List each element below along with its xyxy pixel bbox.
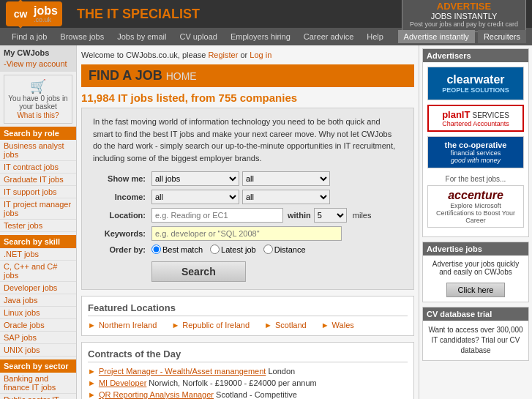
nav-help[interactable]: Help bbox=[361, 30, 389, 43]
what-is-this-link[interactable]: What is this? bbox=[7, 111, 69, 120]
income-select1[interactable]: all bbox=[151, 190, 239, 204]
sidebar-role-it-project-manager[interactable]: IT project manager jobs bbox=[0, 198, 76, 220]
advertise-title: ADVERTISE bbox=[437, 1, 491, 12]
income-label: Income: bbox=[93, 193, 151, 201]
within-select[interactable]: 5 bbox=[314, 208, 347, 223]
search-by-skill-title: Search by skill bbox=[0, 235, 76, 248]
sidebar-role-tester[interactable]: Tester jobs bbox=[0, 220, 76, 232]
nav-browse-jobs[interactable]: Browse jobs bbox=[54, 30, 110, 43]
list-item: ► MI Developer Norwich, Norfolk - £19000… bbox=[88, 379, 408, 387]
logo-diamond: cw bbox=[6, 0, 35, 29]
coop-ad[interactable]: the co-operative financial services good… bbox=[427, 136, 524, 168]
sidebar-skill-java[interactable]: Java jobs bbox=[0, 294, 76, 307]
order-distance[interactable]: Distance bbox=[263, 245, 306, 254]
clearwater-title: clearwater bbox=[434, 73, 517, 86]
clearwater-sub: PEOPLE SOLUTIONS bbox=[434, 86, 517, 94]
clearwater-ad[interactable]: clearwater PEOPLE SOLUTIONS bbox=[427, 67, 524, 100]
location-link[interactable]: Northern Ireland bbox=[99, 321, 157, 329]
login-link[interactable]: Log in bbox=[250, 51, 271, 59]
basket-text: You have 0 jobs in your basket bbox=[7, 94, 69, 111]
show-me-select2[interactable]: all bbox=[242, 171, 330, 186]
location-link[interactable]: Wales bbox=[332, 321, 354, 329]
order-best-match[interactable]: Best match bbox=[151, 245, 203, 254]
featured-locations-section: Featured Locations ► Northern Ireland ► … bbox=[81, 296, 414, 336]
sidebar-sector-public[interactable]: Public sector IT jobs bbox=[0, 394, 76, 399]
sidebar-role-business-analyst[interactable]: Business analyst jobs bbox=[0, 140, 76, 161]
location-label: Location: bbox=[93, 211, 151, 220]
coop-tag: good with money bbox=[432, 157, 520, 164]
accenture-title: accenture bbox=[431, 189, 520, 202]
location-northern-ireland[interactable]: ► Northern Ireland bbox=[88, 321, 157, 329]
accenture-ad[interactable]: accenture Explore Microsoft Certificatio… bbox=[427, 185, 524, 228]
bullet-icon: ► bbox=[88, 390, 96, 399]
sidebar-sector-banking[interactable]: Banking and finance IT jobs bbox=[0, 373, 76, 394]
income-select2[interactable]: all bbox=[242, 190, 330, 204]
contract-link-2[interactable]: QR Reporting Analysis Manager bbox=[99, 390, 214, 399]
location-list: ► Northern Ireland ► Republic of Ireland… bbox=[88, 321, 408, 329]
basket-icon: 🛒 bbox=[7, 78, 69, 94]
contracts-title: Contracts of the Day bbox=[88, 348, 408, 362]
search-button[interactable]: Search bbox=[151, 261, 246, 282]
my-cwjobs-section: My CWJobs -View my account bbox=[0, 45, 76, 72]
bullet-icon: ► bbox=[88, 379, 96, 387]
headline: 11,984 IT jobs listed, from 755 companie… bbox=[81, 92, 414, 104]
sidebar-skill-sap[interactable]: SAP jobs bbox=[0, 332, 76, 344]
contract-link-1[interactable]: MI Developer bbox=[99, 379, 146, 387]
search-by-role-title: Search by role bbox=[0, 127, 76, 140]
location-scotland[interactable]: ► Scotland bbox=[264, 321, 307, 329]
order-by-options: Best match Latest job Distance bbox=[151, 245, 306, 254]
view-account-link[interactable]: -View my account bbox=[4, 59, 72, 69]
sidebar-skill-c-cpp[interactable]: C, C++ and C# jobs bbox=[0, 261, 76, 282]
sidebar-skill-developer[interactable]: Developer jobs bbox=[0, 282, 76, 294]
sidebar-role-it-support[interactable]: IT support jobs bbox=[0, 186, 76, 198]
coop-sub: financial services bbox=[432, 149, 520, 157]
nav-recruiters[interactable]: Recruiters bbox=[478, 30, 526, 43]
show-me-label: Show me: bbox=[93, 174, 151, 183]
location-arrow-icon: ► bbox=[264, 321, 272, 329]
main-nav: Find a job Browse jobs Jobs by email CV … bbox=[0, 28, 532, 45]
sidebar-role-graduate-it[interactable]: Graduate IT jobs bbox=[0, 174, 76, 186]
sidebar-skill-linux[interactable]: Linux jobs bbox=[0, 307, 76, 319]
advertise-jobs-title: Advertise jobs bbox=[423, 242, 528, 256]
click-here-button[interactable]: Click here bbox=[446, 283, 506, 297]
sidebar-skill-oracle[interactable]: Oracle jobs bbox=[0, 319, 76, 332]
contract-link-0[interactable]: Project Manager - Wealth/Asset manangeme… bbox=[99, 367, 266, 376]
featured-locations-title: Featured Locations bbox=[88, 302, 408, 316]
register-link[interactable]: Register bbox=[208, 51, 238, 59]
sidebar-skill-net[interactable]: .NET jobs bbox=[0, 248, 76, 261]
keywords-input[interactable] bbox=[151, 226, 342, 241]
order-latest-job[interactable]: Latest job bbox=[210, 245, 256, 254]
nav-employers-hiring[interactable]: Employers hiring bbox=[225, 30, 296, 43]
cv-trial-text: Want to access over 300,000 IT candidate… bbox=[427, 325, 524, 356]
sidebar-skill-unix[interactable]: UNIX jobs bbox=[0, 344, 76, 357]
coop-title: the co-operative bbox=[432, 141, 520, 149]
for-best-jobs: For the best jobs... bbox=[427, 173, 524, 185]
miles-label: miles bbox=[353, 211, 372, 220]
nav-cv-upload[interactable]: CV upload bbox=[174, 30, 223, 43]
location-link[interactable]: Republic of Ireland bbox=[182, 321, 250, 329]
order-by-label: Order by: bbox=[93, 245, 151, 254]
nav-jobs-by-email[interactable]: Jobs by email bbox=[111, 30, 172, 43]
location-wales[interactable]: ► Wales bbox=[321, 321, 354, 329]
advertisers-section: Advertisers clearwater PEOPLE SOLUTIONS … bbox=[422, 48, 529, 237]
location-row: Location: within 5 miles bbox=[93, 208, 402, 223]
nav-advertise-instantly[interactable]: Advertise instantly bbox=[398, 30, 475, 43]
tagline: THE IT SPECIALIST bbox=[77, 7, 402, 22]
nav-find-job[interactable]: Find a job bbox=[6, 30, 53, 43]
welcome-bar: Welcome to CWJobs.co.uk, please Register… bbox=[81, 48, 414, 61]
keywords-label: Keywords: bbox=[93, 229, 151, 238]
advertise-jobs-section: Advertise jobs Advertise your jobs quick… bbox=[422, 242, 529, 302]
planit-ad[interactable]: planIT SERVICES Chartered Accountants bbox=[427, 105, 524, 132]
logo[interactable]: cw jobs .co.uk bbox=[6, 1, 62, 26]
sidebar-role-it-contract[interactable]: IT contract jobs bbox=[0, 161, 76, 174]
advertise-sub: JOBS INSTANTLY bbox=[431, 12, 498, 20]
show-me-select1[interactable]: all jobs bbox=[151, 171, 239, 186]
logo-jobs-text: jobs bbox=[34, 5, 58, 17]
location-link[interactable]: Scotland bbox=[275, 321, 307, 329]
nav-right: Advertise instantly Recruiters bbox=[398, 30, 526, 43]
nav-career-advice[interactable]: Career advice bbox=[298, 30, 359, 43]
location-input[interactable] bbox=[151, 208, 283, 223]
advertise-instantly-box[interactable]: ADVERTISE JOBS INSTANTLY Post your jobs … bbox=[402, 0, 526, 32]
search-by-sector-title: Search by sector bbox=[0, 359, 76, 373]
location-republic-ireland[interactable]: ► Republic of Ireland bbox=[171, 321, 250, 329]
